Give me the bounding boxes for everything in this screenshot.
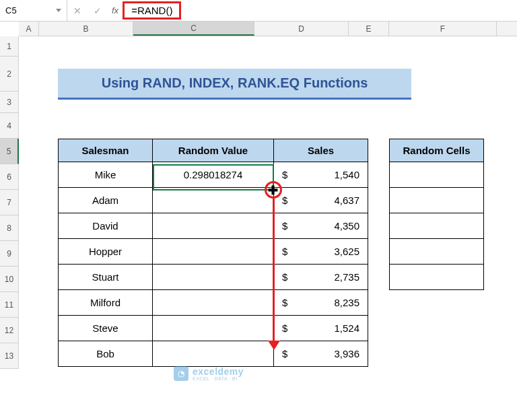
cell-salesman[interactable]: Mike: [59, 162, 153, 188]
table-row: Bob$3,936: [59, 341, 368, 367]
sales-value: 3,625: [334, 246, 359, 257]
table-row: Adam$4,637: [59, 188, 368, 213]
worksheet-grid[interactable]: Using RAND, INDEX, RANK.EQ Functions Sal…: [19, 36, 517, 420]
cell-salesman[interactable]: Milford: [59, 290, 153, 316]
sales-value: 1,524: [334, 322, 359, 334]
name-box-value: C5: [5, 5, 56, 15]
page-title: Using RAND, INDEX, RANK.EQ Functions: [58, 69, 411, 100]
column-headers: A B C D E F: [19, 22, 517, 36]
drag-arrow-line: [273, 198, 275, 343]
cell-sales[interactable]: $3,936: [274, 341, 368, 367]
row-header-1[interactable]: 1: [0, 36, 19, 57]
cell-sales[interactable]: $1,540: [274, 162, 368, 188]
currency-symbol: $: [282, 322, 287, 334]
col-header-a[interactable]: A: [19, 22, 39, 36]
cell-random[interactable]: [153, 213, 274, 239]
watermark: ◔ exceldemy EXCEL · DATA · BI: [174, 366, 244, 381]
cell-random[interactable]: [153, 341, 274, 367]
cell-random-empty[interactable]: [390, 265, 484, 290]
cell-salesman[interactable]: Bob: [59, 341, 153, 367]
cell-random-empty[interactable]: [390, 213, 484, 239]
header-sales[interactable]: Sales: [274, 139, 368, 162]
currency-symbol: $: [282, 271, 287, 283]
sales-value: 1,540: [334, 169, 359, 180]
row-header-13[interactable]: 13: [0, 343, 19, 369]
sales-value: 4,350: [334, 220, 359, 232]
random-cells-table: Random Cells: [389, 139, 484, 290]
row-header-8[interactable]: 8: [0, 215, 19, 241]
cell-random-empty[interactable]: [390, 239, 484, 265]
name-box[interactable]: C5: [0, 0, 67, 21]
cell-random-empty[interactable]: [390, 162, 484, 188]
watermark-tagline: EXCEL · DATA · BI: [193, 376, 244, 381]
watermark-logo-icon: ◔: [174, 366, 188, 381]
row-header-10[interactable]: 10: [0, 267, 19, 292]
table-row: Stuart$2,735: [59, 265, 368, 290]
header-random-cells[interactable]: Random Cells: [390, 139, 484, 162]
cell-salesman[interactable]: Hopper: [59, 239, 153, 265]
currency-symbol: $: [282, 220, 287, 232]
table-row: Milford$8,235: [59, 290, 368, 316]
cell-sales[interactable]: $2,735: [274, 265, 368, 290]
row-header-7[interactable]: 7: [0, 190, 19, 215]
currency-symbol: $: [282, 169, 287, 180]
row-headers: 1 2 3 4 5 6 7 8 9 10 11 12 13: [0, 36, 19, 369]
col-header-e[interactable]: E: [349, 22, 389, 36]
chevron-down-icon[interactable]: [56, 9, 61, 12]
sales-value: 2,735: [334, 271, 359, 283]
cell-sales[interactable]: $1,524: [274, 316, 368, 341]
drag-arrow-head-icon: [268, 341, 280, 350]
header-salesman[interactable]: Salesman: [59, 139, 153, 162]
col-header-d[interactable]: D: [254, 22, 349, 36]
row-header-11[interactable]: 11: [0, 292, 19, 318]
row-header-5[interactable]: 5: [0, 139, 19, 164]
col-header-b[interactable]: B: [39, 22, 133, 36]
col-header-f[interactable]: F: [389, 22, 497, 36]
cell-random[interactable]: 0.298018274: [153, 162, 274, 188]
cell-salesman[interactable]: David: [59, 213, 153, 239]
row-header-12[interactable]: 12: [0, 318, 19, 343]
cell-salesman[interactable]: Steve: [59, 316, 153, 341]
cell-random[interactable]: [153, 316, 274, 341]
row-header-4[interactable]: 4: [0, 113, 19, 139]
header-random-value[interactable]: Random Value: [153, 139, 274, 162]
col-header-c[interactable]: C: [133, 22, 254, 36]
cell-salesman[interactable]: Adam: [59, 188, 153, 213]
cell-sales[interactable]: $8,235: [274, 290, 368, 316]
cell-random[interactable]: [153, 265, 274, 290]
cell-random-empty[interactable]: [390, 188, 484, 213]
row-header-3[interactable]: 3: [0, 92, 19, 113]
cell-salesman[interactable]: Stuart: [59, 265, 153, 290]
table-row: Hopper$3,625: [59, 239, 368, 265]
fill-handle-cursor-icon[interactable]: ✚: [268, 183, 278, 198]
table-row: David$4,350: [59, 213, 368, 239]
cell-random[interactable]: [153, 188, 274, 213]
cell-sales[interactable]: $3,625: [274, 239, 368, 265]
confirm-icon[interactable]: ✓: [88, 5, 108, 16]
row-header-6[interactable]: 6: [0, 164, 19, 190]
cancel-icon[interactable]: ✕: [67, 5, 88, 16]
cell-random[interactable]: [153, 290, 274, 316]
currency-symbol: $: [282, 297, 287, 308]
table-row: Mike0.298018274$1,540: [59, 162, 368, 188]
currency-symbol: $: [282, 195, 287, 206]
cell-sales[interactable]: $4,350: [274, 213, 368, 239]
main-data-table: Salesman Random Value Sales Mike0.298018…: [58, 139, 368, 367]
sales-value: 3,936: [334, 348, 359, 359]
currency-symbol: $: [282, 348, 287, 359]
currency-symbol: $: [282, 246, 287, 257]
cell-sales[interactable]: $4,637: [274, 188, 368, 213]
row-header-9[interactable]: 9: [0, 241, 19, 267]
formula-bar: ✕ ✓ fx =RAND(): [67, 1, 517, 20]
row-header-2[interactable]: 2: [0, 57, 19, 92]
sales-value: 4,637: [334, 195, 359, 206]
formula-input[interactable]: =RAND(): [123, 1, 181, 20]
fx-icon[interactable]: fx: [108, 5, 123, 15]
formula-bar-row: C5 ✕ ✓ fx =RAND(): [0, 0, 517, 22]
cell-random[interactable]: [153, 239, 274, 265]
sales-value: 8,235: [334, 297, 359, 308]
table-row: Steve$1,524: [59, 316, 368, 341]
watermark-brand: exceldemy: [193, 367, 244, 376]
